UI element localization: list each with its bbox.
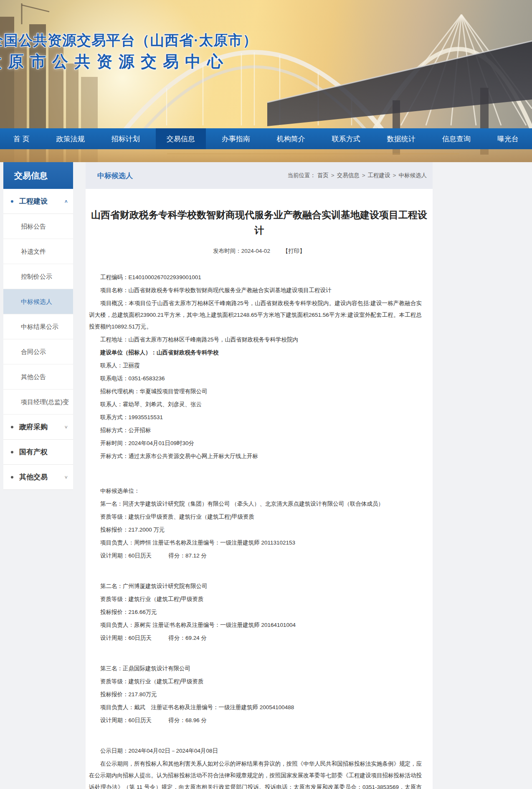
info-line: 开标时间：2024年04月01日09时30分 [89, 438, 422, 449]
candidate-line: 设计周期：60日历天 得分：69.24 分 [89, 632, 422, 644]
breadcrumb-separator: > [362, 172, 365, 178]
candidate-line: 投标报价：216.66万元 [89, 606, 422, 618]
breadcrumb-bar: 中标候选人 当前位置： 首页>交易信息>工程建设>中标候选人 [86, 162, 433, 189]
info-line: 工程地址：山西省太原市万柏林区千峰南路25号，山西省财政税务专科学校院内 [89, 334, 422, 346]
nav-item-guide[interactable]: 办事指南 [211, 128, 261, 149]
main-nav: 首 页 政策法规 招标计划 交易信息 办事指南 机构简介 联系方式 数据统计 信… [0, 128, 532, 149]
candidate-line: 项目负责人：周烨恒 注册证书名称及注册编号：一级注册建筑师 2011310215… [89, 537, 422, 549]
chevron-down-icon[interactable]: ∨ [64, 475, 68, 480]
info-line: 项目概况：本项目位于山西省太原市万柏林区千峰南路25号，山西省财政税务专科学校院… [89, 298, 422, 333]
sidebar-item-state-assets[interactable]: 国有产权 [3, 440, 73, 465]
nav-item-org-intro[interactable]: 机构简介 [266, 128, 316, 149]
breadcrumb-engineering[interactable]: 工程建设 [368, 172, 390, 178]
center-title: 太原市公共资源交易中心 [0, 51, 229, 72]
sidebar-item-label: 政府采购 [19, 422, 64, 432]
candidate-line: 设计周期：60日历天 得分：68.96 分 [89, 715, 422, 726]
nav-item-statistics[interactable]: 数据统计 [376, 128, 426, 149]
candidate-line: 项目负责人：戴武 注册证书名称及注册编号：一级注册建筑师 20054100488 [89, 702, 422, 713]
candidate-line: 资质等级：建筑行业（建筑工程)甲级资质 [89, 676, 422, 687]
notice-paragraph: 在公示期间，所有投标人和其他利害关系人如对公示的评标结果有异议的，按照《中华人民… [89, 758, 422, 789]
info-line: 招标代理机构：华夏城投项目管理有限公司 [89, 386, 422, 397]
page: 全国公共资源交易平台（山西省·太原市） 太原市公共资源交易中心 首 页 政策法规… [0, 0, 532, 789]
breadcrumb-home[interactable]: 首页 [317, 172, 329, 178]
candidate-line: 资质等级：建筑行业（建筑工程)甲级资质 [89, 593, 422, 605]
candidates-heading: 中标候选单位： [89, 485, 422, 497]
nav-item-info-query[interactable]: 信息查询 [431, 128, 481, 149]
sidebar-item-other-trade[interactable]: 其他交易 ∨ [3, 465, 73, 490]
sidebar-item-label: 国有产权 [19, 447, 68, 457]
candidate-line: 第三名：正鼎国际建筑设计有限公司 [89, 663, 422, 674]
nav-item-contact[interactable]: 联系方式 [321, 128, 371, 149]
candidate-line: 投标报价：217.80万元 [89, 689, 422, 700]
sidebar-item-label: 工程建设 [19, 196, 64, 206]
publicity-date: 公示日期：2024年04月02日－2024年04月08日 [89, 745, 422, 757]
info-line: 联系电话：0351-6583236 [89, 373, 422, 384]
spacer [89, 463, 422, 485]
print-button[interactable]: 【打印】 [283, 248, 305, 254]
bullet-icon [11, 451, 13, 453]
breadcrumb-label: 当前位置： [288, 172, 316, 178]
bullet-icon [11, 426, 13, 428]
sidebar-item-engineering[interactable]: 工程建设 ∧ [3, 189, 73, 214]
chevron-up-icon[interactable]: ∧ [64, 199, 68, 204]
info-line: 联系人：霍幼琴、刘希武、刘彦灵、张云 [89, 399, 422, 410]
sidebar: 交易信息 工程建设 ∧ 招标公告 补遗文件 控制价公示 中标候选人 中标结果公示… [3, 162, 73, 490]
article-title: 山西省财政税务专科学校数智财商现代服务业产教融合实训基地建设项目工程设计 [91, 207, 428, 238]
nav-item-exposure[interactable]: 曝光台 [486, 128, 529, 149]
candidate-line: 设计周期：60日历天 得分：87.12 分 [89, 550, 422, 562]
candidate-line: 第二名：广州博厦建筑设计研究院有限公司 [89, 580, 422, 592]
spacer [89, 563, 422, 580]
info-line: 项目名称：山西省财政税务专科学校数智财商现代服务业产教融合实训基地建设项目工程设… [89, 285, 422, 296]
content-card: 中标候选人 当前位置： 首页>交易信息>工程建设>中标候选人 山西省财政税务专科… [86, 162, 433, 789]
nav-item-bid-plan[interactable]: 招标计划 [101, 128, 151, 149]
sidebar-header: 交易信息 [3, 162, 73, 189]
publish-date: 2024-04-02 [241, 248, 270, 254]
candidate-line: 资质等级：建筑行业甲级资质、建筑行业（建筑工程)甲级资质 [89, 511, 422, 523]
spacer [89, 645, 422, 663]
chevron-down-icon[interactable]: ∨ [64, 425, 68, 430]
info-line: 工程编码：E1401000267022939001001 [89, 272, 422, 283]
page-title: 中标候选人 [97, 171, 133, 181]
info-line: 联系人：卫丽霞 [89, 360, 422, 372]
sidebar-item-contract-notice[interactable]: 合同公示 [3, 339, 73, 364]
platform-title: 全国公共资源交易平台（山西省·太原市） [0, 31, 257, 50]
candidate-line: 项目负责人：原树宾 注册证书名称及注册编号：一级注册建筑师 2016410100… [89, 619, 422, 631]
sidebar-item-other-notice[interactable]: 其他公告 [3, 364, 73, 389]
info-line: 建设单位（招标人）：山西省财政税务专科学校 [89, 347, 422, 359]
breadcrumb-trade-info[interactable]: 交易信息 [337, 172, 360, 178]
breadcrumb-separator: > [331, 172, 334, 178]
publish-label: 发布时间： [213, 248, 241, 254]
sidebar-item-manager-change[interactable]: 项目经理(总监)变更 [3, 389, 73, 415]
nav-item-home[interactable]: 首 页 [3, 128, 41, 149]
bullet-icon [11, 200, 13, 203]
sidebar-item-control-price[interactable]: 控制价公示 [3, 264, 73, 289]
article-body: 工程编码：E1401000267022939001001 项目名称：山西省财政税… [86, 272, 433, 789]
info-line: 招标方式：公开招标 [89, 425, 422, 436]
sidebar-item-supplement[interactable]: 补遗文件 [3, 239, 73, 264]
breadcrumb-separator: > [393, 172, 396, 178]
sidebar-item-bid-result[interactable]: 中标结果公示 [3, 314, 73, 339]
sidebar-item-winning-candidates[interactable]: 中标候选人 [3, 289, 73, 314]
nav-item-trade-info[interactable]: 交易信息 [156, 128, 206, 149]
info-line: 开标方式：通过太原市公共资源交易中心网上开标大厅线上开标 [89, 450, 422, 462]
spacer [89, 728, 422, 745]
publish-row: 发布时间：2024-04-02 【打印】 [86, 247, 433, 255]
sidebar-item-bid-notice[interactable]: 招标公告 [3, 214, 73, 239]
site-banner: 全国公共资源交易平台（山西省·太原市） 太原市公共资源交易中心 首 页 政策法规… [0, 0, 532, 162]
breadcrumb-current[interactable]: 中标候选人 [399, 172, 427, 178]
nav-item-policy[interactable]: 政策法规 [46, 128, 96, 149]
bullet-icon [11, 476, 13, 478]
candidate-line: 第一名：同济大学建筑设计研究院（集团）有限公司 （牵头人）、北京清大原点建筑设计… [89, 498, 422, 510]
info-line: 联系方式：19935515531 [89, 412, 422, 423]
sidebar-item-label: 其他交易 [19, 472, 64, 482]
candidate-line: 投标报价：217.2000 万元 [89, 524, 422, 536]
breadcrumb: 当前位置： 首页>交易信息>工程建设>中标候选人 [288, 172, 427, 179]
sidebar-item-gov-procurement[interactable]: 政府采购 ∨ [3, 415, 73, 440]
